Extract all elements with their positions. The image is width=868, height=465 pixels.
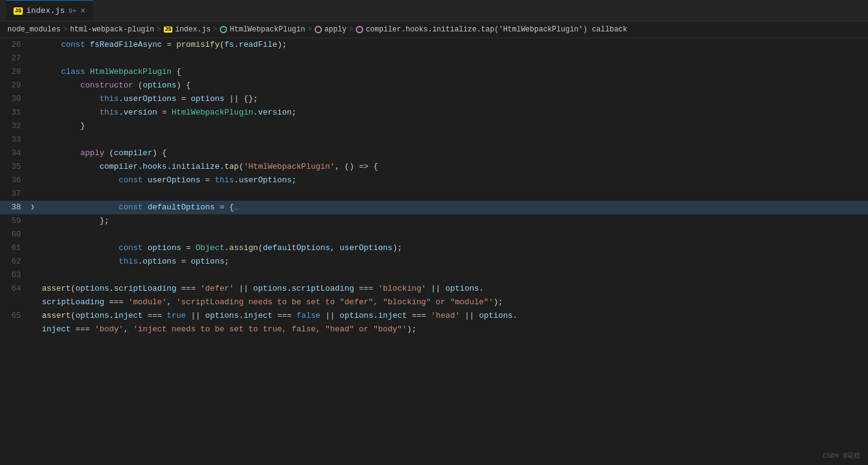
watermark: CSDN @花稔 [822, 451, 861, 460]
line-number: 27 [0, 52, 31, 65]
line-number: 65 [0, 309, 31, 323]
code-line-31: 31 this.version = HtmlWebpackPlugin.vers… [0, 106, 868, 119]
code-text: } [39, 119, 868, 133]
code-line-60: 60 [0, 228, 868, 241]
line-number: 59 [0, 214, 31, 228]
line-number: 35 [0, 160, 31, 174]
breadcrumb: node_modules > html-webpack-plugin > JS … [0, 22, 868, 38]
line-number: 64 [0, 282, 31, 296]
breadcrumb-class-icon [220, 26, 227, 33]
fold-arrow[interactable]: ❯ [31, 201, 39, 214]
code-line-64: 64 assert(options.scriptLoading === 'def… [0, 282, 868, 309]
line-number: 38 [0, 201, 31, 214]
code-line-63: 63 [0, 269, 868, 282]
code-text: compiler.hooks.initialize.tap('HtmlWebpa… [39, 160, 868, 174]
close-icon[interactable]: × [80, 6, 85, 16]
breadcrumb-callback[interactable]: compiler.hooks.initialize.tap('HtmlWebpa… [366, 25, 627, 34]
code-line-62: 62 this.options = options; [0, 255, 868, 269]
line-number: 37 [0, 187, 31, 201]
code-line-37: 37 [0, 187, 868, 201]
code-line-35: 35 compiler.hooks.initialize.tap('HtmlWe… [0, 160, 868, 174]
breadcrumb-callback-icon [356, 26, 363, 33]
line-number: 61 [0, 241, 31, 255]
line-number: 33 [0, 133, 31, 147]
code-line-38: 38 ❯ const defaultOptions = {… [0, 201, 868, 214]
breadcrumb-sep-1: > [63, 25, 67, 34]
code-text: const options = Object.assign(defaultOpt… [39, 241, 868, 255]
code-line-65: 65 assert(options.inject === true || opt… [0, 309, 868, 336]
code-text: const defaultOptions = {… [39, 201, 868, 214]
line-number: 62 [0, 255, 31, 269]
code-text: assert(options.scriptLoading === 'defer'… [39, 282, 868, 309]
line-number: 30 [0, 92, 31, 106]
code-text: this.options = options; [39, 255, 868, 269]
breadcrumb-apply[interactable]: apply [324, 25, 347, 34]
tab-version: 9+ [68, 7, 76, 15]
code-text: apply (compiler) { [39, 147, 868, 160]
breadcrumb-method-icon [315, 26, 322, 33]
code-line-32: 32 } [0, 119, 868, 133]
code-area: 26 const fsReadFileAsync = promisify(fs.… [0, 38, 868, 462]
breadcrumb-index-js[interactable]: index.js [175, 25, 211, 34]
code-text: this.userOptions = options || {}; [39, 92, 868, 106]
code-line-29: 29 constructor (options) { [0, 79, 868, 92]
code-line-28: 28 class HtmlWebpackPlugin { [0, 65, 868, 79]
breadcrumb-sep-5: > [349, 25, 353, 34]
code-line-34: 34 apply (compiler) { [0, 147, 868, 160]
code-text: const userOptions = this.userOptions; [39, 174, 868, 187]
breadcrumb-sep-4: > [308, 25, 312, 34]
code-text: assert(options.inject === true || option… [39, 309, 868, 336]
code-text: const fsReadFileAsync = promisify(fs.rea… [39, 38, 868, 52]
line-number: 28 [0, 65, 31, 79]
breadcrumb-html-webpack-plugin[interactable]: html-webpack-plugin [70, 25, 155, 34]
breadcrumb-class-name[interactable]: HtmlWebpackPlugin [230, 25, 305, 34]
breadcrumb-sep-2: > [156, 25, 161, 34]
code-line-36: 36 const userOptions = this.userOptions; [0, 174, 868, 187]
breadcrumb-sep-3: > [213, 25, 217, 34]
code-line-59: 59 }; [0, 214, 868, 228]
line-number: 26 [0, 38, 31, 52]
code-text: }; [39, 214, 868, 228]
code-line-27: 27 [0, 52, 868, 65]
line-number: 60 [0, 228, 31, 241]
line-number: 29 [0, 79, 31, 92]
breadcrumb-js-badge: JS [164, 26, 173, 33]
code-line-33: 33 [0, 133, 868, 147]
code-text: class HtmlWebpackPlugin { [39, 65, 868, 79]
code-line-26: 26 const fsReadFileAsync = promisify(fs.… [0, 38, 868, 52]
code-line-30: 30 this.userOptions = options || {}; [0, 92, 868, 106]
line-number: 36 [0, 174, 31, 187]
title-bar: JS index.js 9+ × [0, 0, 868, 22]
js-badge: JS [14, 7, 23, 15]
code-text: this.version = HtmlWebpackPlugin.version… [39, 106, 868, 119]
editor-tab[interactable]: JS index.js 9+ × [6, 0, 93, 21]
code-text: constructor (options) { [39, 79, 868, 92]
tab-label: index.js [26, 6, 65, 15]
line-number: 32 [0, 119, 31, 133]
code-line-61: 61 const options = Object.assign(default… [0, 241, 868, 255]
line-number: 31 [0, 106, 31, 119]
breadcrumb-node-modules[interactable]: node_modules [7, 25, 60, 34]
line-number: 63 [0, 269, 31, 282]
line-number: 34 [0, 147, 31, 160]
